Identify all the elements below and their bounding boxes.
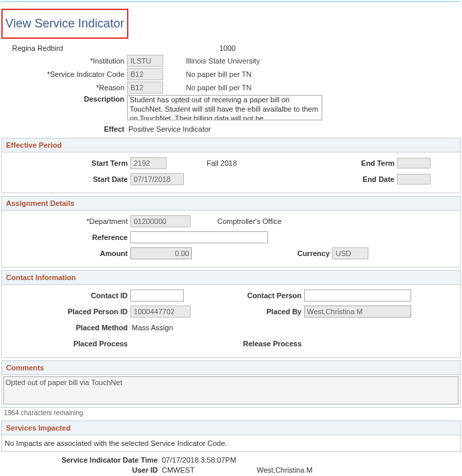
department-label: Department: [5, 217, 130, 225]
reason-desc: No paper bill per TN: [186, 84, 251, 92]
placed-method-label: Placed Method: [5, 324, 130, 332]
services-impacted-msg: No Impacts are associated with the selec…: [5, 439, 457, 447]
si-code-label: Service Indicator Code: [1, 70, 127, 78]
effect-value: Positive Service Indicator: [128, 125, 211, 133]
effect-label: Effect: [1, 125, 127, 133]
amount-label: Amount: [5, 249, 130, 257]
contact-person-input[interactable]: [304, 289, 411, 302]
release-process-label: Release Process: [224, 340, 304, 348]
end-date: [397, 174, 431, 185]
page-title: View Service Indicator: [1, 9, 128, 39]
placed-method: Mass Assign: [132, 324, 173, 332]
start-term-desc: Fall 2018: [207, 159, 237, 167]
si-code-desc: No paper bill per TN: [186, 70, 251, 78]
person-id: 1000: [219, 44, 235, 52]
currency-value: USD: [332, 247, 368, 259]
description-textarea[interactable]: Student has opted out of receiving a pap…: [127, 95, 322, 120]
end-term-label: End Term: [330, 159, 397, 167]
si-datetime-label: Service Indicator Date Time: [1, 456, 160, 464]
si-code: B12: [127, 68, 163, 80]
contact-id-input[interactable]: [130, 289, 184, 302]
contact-person-label: Contact Person: [224, 291, 304, 300]
placed-by: [304, 306, 411, 318]
start-term-label: Start Term: [5, 159, 130, 167]
reason-label: Reason: [1, 84, 127, 92]
reason-code: B12: [127, 82, 163, 94]
userid-label: User ID: [1, 466, 160, 474]
institution-label: Institution: [1, 57, 127, 65]
currency-label: Currency: [265, 249, 332, 257]
section-contact: Contact Information: [1, 270, 461, 285]
institution-code: ILSTU: [127, 55, 163, 67]
department-desc: Comptroller's Office: [217, 217, 281, 225]
institution-desc: Illinois State University: [186, 57, 260, 65]
placed-person-id: 1000447702: [130, 306, 191, 318]
person-name: Regina Redbird: [12, 44, 199, 52]
placed-process-label: Placed Process: [5, 340, 130, 348]
section-comments: Comments: [1, 360, 461, 375]
characters-remaining: 1964 characters remaining: [1, 408, 461, 418]
reference-label: Reference: [5, 233, 130, 241]
end-term: [397, 158, 431, 168]
description-label: Description: [1, 95, 127, 103]
amount-input: [130, 247, 192, 259]
section-assignment: Assignment Details: [1, 196, 461, 211]
placed-by-label: Placed By: [224, 308, 304, 316]
department-code: 01200000: [130, 215, 191, 227]
section-services-impacted: Services Impacted: [1, 421, 461, 435]
username: West,Christina M: [257, 466, 313, 474]
placed-person-id-label: Placed Person ID: [5, 308, 130, 316]
contact-id-label: Contact ID: [5, 291, 130, 300]
start-date: 07/17/2018: [130, 173, 184, 185]
end-date-label: End Date: [330, 175, 397, 183]
comments-textarea[interactable]: Opted out of paper bill via TouchNet: [3, 376, 459, 404]
start-date-label: Start Date: [5, 175, 130, 183]
si-datetime: 07/17/2018 3:58:07PM: [162, 456, 236, 464]
userid: CMWEST: [162, 466, 255, 474]
start-term: 2192: [130, 157, 166, 169]
section-effective-period: Effective Period: [1, 138, 461, 152]
reference-input[interactable]: [130, 231, 268, 243]
